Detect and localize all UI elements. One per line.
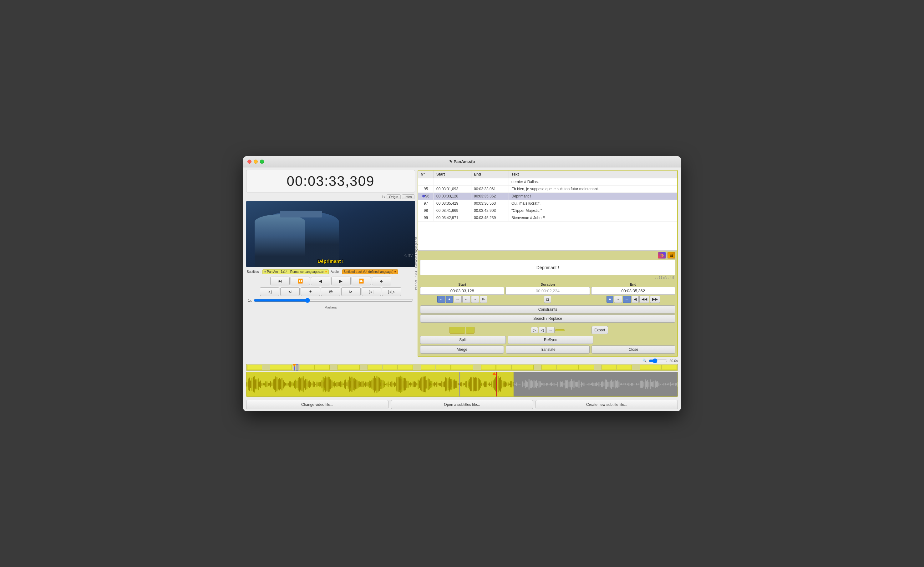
end-prev-btn[interactable]: ◀ — [632, 296, 639, 303]
start-set-btn[interactable]: ← — [437, 296, 446, 303]
subtitles-label: Subtitles : — [247, 270, 261, 274]
video-controls-row: 1x Origin Infos — [246, 194, 415, 199]
constraints-button[interactable]: Constraints — [420, 305, 675, 314]
duration-field[interactable]: 00:00:02,234 — [506, 287, 590, 295]
close-button[interactable]: Close — [591, 346, 675, 353]
prev-sub2-button[interactable]: ⊲ — [280, 287, 300, 296]
timing-section: Start Duration End 00:03:33,128 00:00:02… — [418, 281, 677, 304]
create-subtitle-button[interactable]: Create new subtitle file... — [536, 400, 678, 409]
skip-to-start-button[interactable]: ⏮ — [270, 277, 290, 286]
duration-label: Duration — [506, 283, 590, 286]
row-n-cell: 97 — [418, 200, 434, 207]
play-button[interactable]: ▶ — [331, 277, 351, 286]
rewind-button[interactable]: ⏪ — [291, 277, 310, 286]
fast-forward-button[interactable]: ⏩ — [352, 277, 371, 286]
table-row[interactable]: 98 00:03:41,669 00:03:42,903 "Clipper Ma… — [418, 207, 677, 214]
next-sub-button[interactable]: ⊳ — [341, 287, 361, 296]
split-button[interactable]: Split — [420, 336, 506, 344]
row-text-cell: Bienvenue à John F. — [509, 214, 677, 221]
end-btn-group: ● → ← ◀ ◀◀ ▶▶ — [591, 296, 675, 303]
row-start-cell: 00:03:41,669 — [434, 207, 471, 214]
resync-button[interactable]: ReSync — [508, 336, 593, 344]
right-panel-wrapper: Pan Am – 1x14 – Romance Languages.srt N°… — [418, 170, 678, 357]
origin-button[interactable]: Origin — [387, 194, 401, 199]
start-time-field[interactable]: 00:03:33,128 — [420, 287, 504, 295]
close-button[interactable] — [248, 159, 252, 164]
add-marker-button[interactable]: ⊕ — [321, 287, 340, 296]
row-n-cell: 95 — [418, 185, 434, 193]
timeline-zoom: 🔍 20.0s — [246, 358, 678, 363]
merge-button[interactable]: Merge — [420, 346, 504, 353]
subtitle-table: N° Start End Text — [418, 170, 677, 251]
end-next-btn[interactable]: → — [614, 296, 622, 303]
subtitle-timeline-bar[interactable] — [246, 364, 678, 371]
edit-area: 🎨 ▤ Déprimant ! c : 11 c/s : 4.9 — [418, 251, 677, 281]
speed-label: 1x — [382, 195, 386, 199]
row-text-cell: "Clipper Majestic," — [509, 207, 677, 214]
fullscreen-button[interactable] — [260, 159, 264, 164]
video-frame: Déprimant ! © ITV — [246, 201, 415, 267]
infos-button[interactable]: Infos — [402, 194, 414, 199]
zoom-slider[interactable] — [649, 358, 668, 363]
end-next3-btn[interactable]: ▶▶ — [650, 296, 660, 303]
titlebar: ✎ PanAm.sfp — [243, 156, 681, 167]
audio-track-badge[interactable]: Untitled track (Undefined language) ■ — [342, 269, 398, 274]
timecode-display: 00:03:33,309 — [246, 170, 415, 193]
subtitle-file-badge[interactable]: ■ Pan Am - 1x14 - Romance Languages.srt … — [262, 269, 329, 274]
rewind-btn[interactable]: ◁ — [538, 327, 546, 333]
translate-button[interactable]: Translate — [506, 346, 590, 353]
playback-speed-label: 1x — [248, 299, 252, 302]
end-time-field[interactable]: 00:03:35,362 — [591, 287, 675, 295]
minimize-button[interactable] — [254, 159, 258, 164]
play-fwd-btn[interactable]: ▷ — [531, 327, 538, 333]
transport-action-row: ▷ ◁ → Export — [420, 326, 675, 334]
app-window: ✎ PanAm.sfp 00:03:33,309 1x Origin Infos — [243, 156, 681, 411]
bottom-bar: Change video file... Open a subtitles fi… — [243, 398, 681, 411]
set-in-button[interactable]: ◈ — [301, 287, 320, 296]
start-play-btn[interactable]: ● — [446, 296, 453, 303]
timeline-btn-1[interactable] — [450, 327, 465, 334]
search-replace-button[interactable]: Search / Replace — [420, 314, 675, 323]
next-sub2-button[interactable]: ▷| — [362, 287, 381, 296]
edit-format-btn[interactable]: ▤ — [667, 252, 675, 259]
table-row[interactable]: 99 00:03:42,971 00:03:45,239 Bienvenue à… — [418, 214, 677, 221]
current-row-indicator — [422, 195, 425, 197]
start-next2-btn[interactable]: ⊳ — [480, 296, 488, 303]
next-sub3-button[interactable]: ▷▷ — [382, 287, 401, 296]
arrow-right-btn[interactable]: → — [546, 327, 555, 333]
end-prev2-btn[interactable]: ◀◀ — [639, 296, 650, 303]
start-prev-btn[interactable]: ← — [462, 296, 471, 303]
table-row[interactable]: 95 00:03:31,093 00:03:33,061 Eh bien, je… — [418, 185, 677, 193]
action-buttons-section: ▷ ◁ → Export — [418, 325, 677, 356]
table-row[interactable]: 97 00:03:35,429 00:03:36,563 Oui, mais l… — [418, 200, 677, 207]
watermark: © ITV — [405, 254, 412, 257]
timeline-btn-2[interactable] — [466, 327, 474, 334]
row-end-cell — [471, 178, 509, 185]
secondary-action-row: Merge Translate Close — [420, 346, 675, 353]
end-go-btn[interactable]: ● — [606, 296, 614, 303]
start-go-btn[interactable]: → — [453, 296, 462, 303]
start-next-btn[interactable]: → — [471, 296, 479, 303]
table-row-selected[interactable]: 96 00:03:33,128 00:03:35,362 Déprimant ! — [418, 193, 677, 200]
duration-link-btn[interactable]: ⧈ — [544, 296, 551, 303]
change-video-button[interactable]: Change video file... — [246, 400, 388, 409]
row-text-cell: Oui, mais lucratif . — [509, 200, 677, 207]
table-row[interactable]: dernier à Dallas. — [418, 178, 677, 185]
export-button[interactable]: Export — [591, 326, 608, 334]
open-subtitles-button[interactable]: Open a subtitles file... — [391, 400, 533, 409]
yellow-block-btn[interactable] — [555, 329, 565, 331]
timing-values: 00:03:33,128 00:00:02,234 00:03:35,362 — [420, 287, 675, 295]
skip-to-end-button[interactable]: ⏭ — [372, 277, 391, 286]
left-panel: 00:03:33,309 1x Origin Infos — [246, 170, 415, 357]
playhead-triangle — [293, 364, 296, 367]
prev-sub-button[interactable]: ◁ — [260, 287, 279, 296]
step-back-button[interactable]: ◀ — [311, 277, 330, 286]
speed-slider[interactable] — [254, 298, 413, 303]
timeline-segments — [246, 364, 678, 370]
end-set-btn[interactable]: ← — [623, 296, 631, 303]
audio-track-name: Untitled track (Undefined language) — [344, 270, 393, 274]
subtitle-text-editor[interactable]: Déprimant ! — [420, 260, 675, 275]
edit-color-btn[interactable]: 🎨 — [658, 252, 666, 259]
duration-btn-group: ⧈ — [506, 296, 590, 303]
waveform-section[interactable] — [246, 372, 678, 397]
